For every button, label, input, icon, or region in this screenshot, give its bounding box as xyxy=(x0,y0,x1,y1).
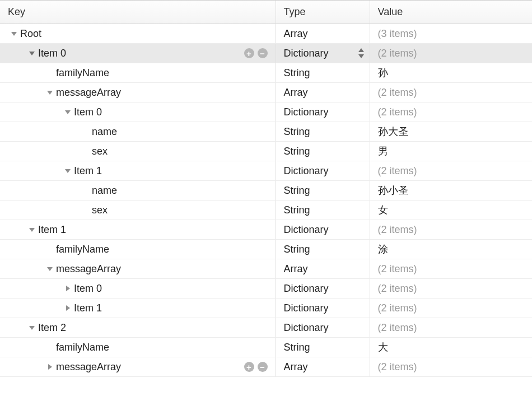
table-row[interactable]: familyNameString大 xyxy=(0,338,532,357)
table-row[interactable]: Item 0Dictionary(2 items) xyxy=(0,102,532,122)
row-key[interactable]: Item 0 xyxy=(74,283,102,295)
row-type[interactable]: String xyxy=(284,126,310,138)
table-row[interactable]: Item 2Dictionary(2 items) xyxy=(0,318,532,338)
row-key[interactable]: Item 1 xyxy=(74,302,102,314)
table-row[interactable]: messageArray+−Array(2 items) xyxy=(0,357,532,377)
row-key[interactable]: name xyxy=(92,126,117,138)
svg-marker-4 xyxy=(47,91,53,95)
remove-row-button[interactable]: − xyxy=(258,362,268,372)
row-value[interactable]: 女 xyxy=(370,203,533,217)
column-header-type[interactable]: Type xyxy=(276,1,370,24)
row-value[interactable]: 孙 xyxy=(370,66,533,80)
row-type[interactable]: Dictionary xyxy=(284,302,329,314)
disclosure-triangle-icon[interactable] xyxy=(64,167,72,175)
disclosure-triangle-icon[interactable] xyxy=(64,108,72,116)
table-row[interactable]: messageArrayArray(2 items) xyxy=(0,259,532,279)
row-key[interactable]: messageArray xyxy=(56,263,121,275)
add-row-button[interactable]: + xyxy=(244,48,254,58)
disclosure-triangle-icon[interactable] xyxy=(64,304,72,312)
plist-editor-table: Key Type Value RootArray(3 items)Item 0+… xyxy=(0,0,532,377)
disclosure-triangle-icon[interactable] xyxy=(10,30,18,38)
svg-marker-0 xyxy=(11,32,17,36)
column-header-key[interactable]: Key xyxy=(0,1,276,24)
table-row[interactable]: familyNameString涂 xyxy=(0,240,532,259)
row-type[interactable]: Dictionary xyxy=(284,224,329,236)
row-type[interactable]: Array xyxy=(284,28,308,40)
table-row[interactable]: familyNameString孙 xyxy=(0,63,532,83)
disclosure-triangle-icon[interactable] xyxy=(64,285,72,292)
row-key[interactable]: Item 1 xyxy=(38,224,66,236)
disclosure-triangle-icon[interactable] xyxy=(46,265,54,273)
table-row[interactable]: nameString孙小圣 xyxy=(0,181,532,200)
row-key[interactable]: name xyxy=(92,185,117,197)
table-row[interactable]: Item 1Dictionary(2 items) xyxy=(0,299,532,318)
table-row[interactable]: sexString男 xyxy=(0,142,532,161)
row-value: (2 items) xyxy=(370,48,533,59)
row-type[interactable]: Dictionary xyxy=(284,106,329,118)
row-key[interactable]: sex xyxy=(92,146,108,157)
disclosure-triangle-icon xyxy=(82,128,90,136)
row-value: (3 items) xyxy=(370,28,533,40)
type-stepper-icon[interactable] xyxy=(358,48,364,58)
svg-marker-8 xyxy=(47,267,53,271)
svg-marker-2 xyxy=(358,48,364,52)
row-value[interactable]: 涂 xyxy=(370,243,533,256)
row-value: (2 items) xyxy=(370,224,533,236)
row-key[interactable]: Item 0 xyxy=(74,106,102,118)
row-key[interactable]: Root xyxy=(20,28,41,40)
table-row[interactable]: Item 1Dictionary(2 items) xyxy=(0,220,532,240)
table-row[interactable]: RootArray(3 items) xyxy=(0,24,532,44)
disclosure-triangle-icon[interactable] xyxy=(28,324,36,332)
row-type[interactable]: String xyxy=(284,204,310,216)
row-key[interactable]: familyName xyxy=(56,67,109,79)
row-type[interactable]: String xyxy=(284,146,310,157)
add-row-button[interactable]: + xyxy=(244,362,254,372)
remove-row-button[interactable]: − xyxy=(258,48,268,58)
table-row[interactable]: Item 1Dictionary(2 items) xyxy=(0,161,532,181)
row-value: (2 items) xyxy=(370,302,533,314)
row-type[interactable]: Dictionary xyxy=(284,165,329,177)
disclosure-triangle-icon xyxy=(46,343,54,351)
row-type[interactable]: Array xyxy=(284,87,308,99)
row-value[interactable]: 男 xyxy=(370,144,533,158)
disclosure-triangle-icon[interactable] xyxy=(46,88,54,96)
row-key[interactable]: Item 2 xyxy=(38,322,66,334)
row-key[interactable]: sex xyxy=(92,204,108,216)
table-row[interactable]: nameString孙大圣 xyxy=(0,122,532,142)
row-key[interactable]: Item 0 xyxy=(38,48,66,59)
row-type[interactable]: Array xyxy=(284,263,308,275)
row-key[interactable]: messageArray xyxy=(56,87,121,99)
disclosure-triangle-icon[interactable] xyxy=(28,226,36,234)
table-row[interactable]: sexString女 xyxy=(0,200,532,220)
row-type[interactable]: String xyxy=(284,342,310,353)
table-row[interactable]: Item 0+−Dictionary(2 items) xyxy=(0,44,532,63)
row-type[interactable]: Dictionary xyxy=(284,48,329,59)
row-type[interactable]: Dictionary xyxy=(284,283,329,295)
row-type[interactable]: String xyxy=(284,244,310,255)
row-type[interactable]: String xyxy=(284,67,310,79)
row-key[interactable]: messageArray xyxy=(56,361,121,373)
svg-marker-11 xyxy=(29,326,35,330)
table-row[interactable]: Item 0Dictionary(2 items) xyxy=(0,279,532,299)
svg-marker-7 xyxy=(29,228,35,232)
row-key[interactable]: familyName xyxy=(56,244,109,255)
disclosure-triangle-icon xyxy=(82,186,90,194)
row-key[interactable]: familyName xyxy=(56,342,109,353)
row-value: (2 items) xyxy=(370,361,533,373)
row-value: (2 items) xyxy=(370,165,533,177)
row-value: (2 items) xyxy=(370,283,533,295)
row-type[interactable]: String xyxy=(284,185,310,197)
svg-marker-3 xyxy=(358,54,364,58)
disclosure-triangle-icon[interactable] xyxy=(46,363,54,371)
row-value[interactable]: 孙大圣 xyxy=(370,125,533,138)
row-type[interactable]: Array xyxy=(284,361,308,373)
row-value[interactable]: 孙小圣 xyxy=(370,184,533,197)
disclosure-triangle-icon[interactable] xyxy=(28,49,36,57)
table-row[interactable]: messageArrayArray(2 items) xyxy=(0,83,532,102)
row-value[interactable]: 大 xyxy=(370,341,533,354)
row-value: (2 items) xyxy=(370,106,533,118)
column-header-value[interactable]: Value xyxy=(370,1,532,24)
row-key[interactable]: Item 1 xyxy=(74,165,102,177)
row-type[interactable]: Dictionary xyxy=(284,322,329,334)
disclosure-triangle-icon xyxy=(46,245,54,253)
